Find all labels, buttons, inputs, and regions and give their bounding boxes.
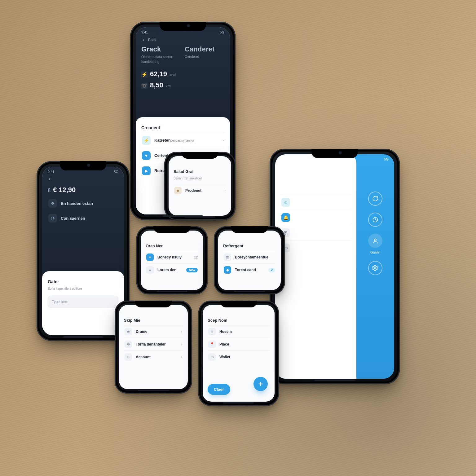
back-button[interactable]: Back (141, 38, 224, 42)
home-indicator (156, 291, 187, 292)
gear-icon (372, 265, 378, 271)
primary-cta[interactable]: Claer (208, 384, 230, 395)
bolt-icon: ⚡ (141, 72, 148, 77)
chevron-right-icon: › (181, 329, 182, 334)
bottom-sheet: Gater Soria hepentifent oblilore Type he… (42, 271, 124, 335)
row-title: Torfla denanteler (136, 342, 165, 346)
profile-button[interactable] (368, 234, 382, 248)
fab-add[interactable] (253, 377, 268, 391)
header: Back Grack Olorea entata sectorhandetori… (136, 35, 230, 93)
notch (311, 149, 358, 158)
screen: Scep Nom ⌂ Husem 📍 Place ▭ Wallet Claer (203, 305, 275, 402)
metric-1-value: 62,19 (150, 70, 167, 78)
status-time: 9:41 (141, 30, 148, 34)
card-title: Reftergent (223, 244, 276, 248)
text-input[interactable]: Type here (48, 296, 118, 308)
heart-icon: ♥ (142, 151, 151, 160)
chevron-right-icon: › (224, 188, 226, 193)
new-badge: New (186, 268, 198, 272)
chevron-left-icon (141, 38, 145, 42)
clock-icon: ◔ (48, 214, 57, 223)
list-item[interactable]: ≣ Boreychtameentue (223, 251, 276, 263)
refresh-button[interactable] (368, 192, 382, 206)
panel-subtitle: Oanderet (185, 55, 215, 58)
status-network: 5G (220, 30, 224, 34)
phone-small-5: Scep Nom ⌂ Husem 📍 Place ▭ Wallet Claer (198, 301, 279, 406)
screen: 9:41 5G Enco Delent Dal cemafer oring ☺ … (275, 154, 394, 379)
list-item[interactable]: ◆ Torent cand 2 (223, 263, 276, 276)
tag-icon: ◆ (224, 266, 231, 274)
notch (60, 161, 106, 170)
back-button[interactable] (48, 177, 118, 181)
doc-icon: ≣ (224, 253, 231, 261)
sheet-title: Creanent (141, 125, 224, 130)
clock-icon (372, 217, 378, 223)
metric-2: ➰ 8,50 km (141, 81, 171, 89)
sheet-title: Gater (48, 279, 118, 284)
row-sub: Jenbasiny tanifor (171, 139, 194, 142)
row-sub: Jorunat eten (314, 216, 331, 220)
list-item[interactable]: 🔔 NatrendanJorunat eten (281, 210, 351, 225)
list-item[interactable]: ☺ Account › (124, 350, 183, 363)
list-item[interactable]: ✦ Bonecy nsuly x2 (146, 251, 198, 263)
screen: Salad Gral Bananrmy tankallder ☻ Prodene… (169, 156, 231, 216)
screen: Skip Mie ≣ Drame › ⚙ Torfla denanteler ›… (119, 305, 188, 389)
row-title: Account (136, 355, 151, 359)
phone-small-2: Ores Ner ✦ Bonecy nsuly x2 ≣ Lorem den N… (136, 226, 208, 294)
phone-right: 9:41 5G Enco Delent Dal cemafer oring ☺ … (270, 149, 400, 384)
screen: 9:41 5G . € € 12,90 ❖ En handen estan (42, 167, 124, 335)
avatar-icon: ☻ (174, 187, 182, 194)
chevron-right-icon: › (181, 342, 182, 346)
card-title: Ores Ner (146, 244, 198, 248)
row-trail: x2 (194, 255, 198, 259)
row-title: Bonecy nsuly (157, 255, 182, 259)
svg-point-2 (374, 267, 376, 269)
list-item[interactable]: ⌂ Husem (208, 325, 270, 338)
person-icon (372, 238, 378, 244)
list-item[interactable]: ▭ Payment (281, 240, 351, 255)
row-title: Lorem den (157, 268, 176, 272)
screen: Ores Ner ✦ Bonecy nsuly x2 ≣ Lorem den N… (141, 231, 203, 290)
doc-icon: ≣ (146, 266, 154, 274)
card-subtitle: Bananrmy tankallder (174, 176, 226, 181)
phone-small-3: Reftergent ≣ Boreychtameentue ◆ Torent c… (214, 226, 285, 294)
svg-point-1 (374, 239, 376, 241)
scene: { "status": { "time": "9:41", "net": "5G… (0, 0, 476, 476)
list-item[interactable]: ▭ Wallet (208, 350, 270, 363)
card-icon: ▭ (208, 353, 216, 361)
spark-icon: ✦ (146, 253, 154, 261)
dark-header-area: 9:41 5G Back Grack Olorea entata sectorh… (136, 27, 230, 130)
card-title: Scep Nom (208, 318, 270, 323)
row-title: Wallet (219, 355, 230, 359)
plus-icon (258, 381, 264, 387)
metric-2-unit: km (166, 84, 171, 88)
list-item[interactable]: ☻ Prodenet › (174, 184, 226, 197)
settings-button[interactable] (368, 261, 382, 275)
chevron-left-icon (48, 177, 51, 181)
history-button[interactable] (368, 213, 382, 227)
list-item[interactable]: ⚙ Torfla denanteler › (124, 338, 183, 350)
user-icon: ☺ (125, 353, 132, 361)
phone-small-1: Salad Gral Bananrmy tankallder ☻ Prodene… (164, 152, 236, 220)
list-item[interactable]: ≣ Drame › (124, 325, 183, 338)
row-sub: Have acrlimitemorlich (320, 201, 350, 205)
notch (231, 226, 268, 233)
list-item[interactable]: ≣ Lorem den New (146, 263, 198, 276)
list-item[interactable]: ⚡ KatretenJenbasiny tanifor › (141, 133, 224, 148)
list-item[interactable]: ⛨ Ecrenciet (281, 225, 351, 240)
notch (160, 22, 206, 31)
app-subtitle: Olorea entata sectorhandetoring (141, 55, 172, 64)
status-network: 5G (114, 170, 118, 174)
home-indicator (223, 402, 254, 403)
notch (181, 152, 218, 159)
home-indicator (138, 390, 169, 391)
gear-icon: ⚙ (125, 341, 132, 348)
info-row: ◔ Con saernen (48, 211, 118, 226)
list-item[interactable]: ☺ GeandesmentHave acrlimitemorlich (281, 195, 351, 210)
list-item[interactable]: 📍 Place (208, 338, 270, 350)
row-title: Natrendan (294, 215, 314, 220)
metric-1-unit: kcal (170, 73, 176, 77)
status-time: 9:41 (48, 170, 54, 174)
row-title: Prodenet (185, 188, 201, 193)
info-row: ❖ En handen estan (48, 194, 118, 211)
